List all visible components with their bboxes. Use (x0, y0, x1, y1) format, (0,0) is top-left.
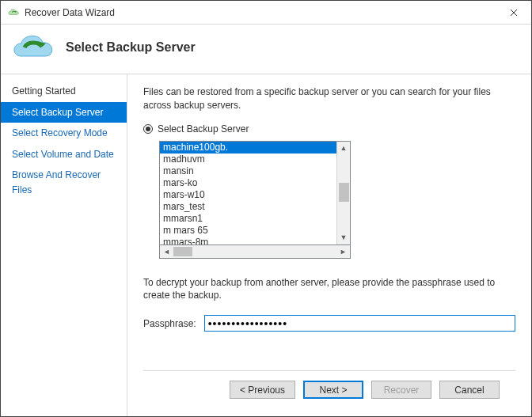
close-icon (510, 9, 518, 17)
server-list-item[interactable]: madhuvm (160, 154, 336, 165)
scroll-right-icon[interactable]: ► (336, 245, 350, 258)
close-button[interactable] (496, 1, 531, 24)
server-list-item[interactable]: mars_test (160, 201, 336, 213)
radio-label: Select Backup Server (158, 123, 249, 135)
hscroll-track[interactable] (173, 245, 336, 258)
cloud-restore-icon (10, 32, 55, 63)
passphrase-label: Passphrase: (143, 318, 196, 329)
step-select-backup-server[interactable]: Select Backup Server (1, 102, 127, 123)
spacer (143, 332, 515, 370)
wizard-footer: < Previous Next > Recover Cancel (143, 370, 515, 408)
window-title: Recover Data Wizard (25, 7, 115, 18)
radio-selected-icon (143, 124, 153, 134)
recover-button: Recover (371, 381, 431, 399)
step-select-volume-and-date[interactable]: Select Volume and Date (1, 144, 127, 165)
scroll-thumb[interactable] (339, 183, 349, 202)
server-list-item[interactable]: mars-ko (160, 177, 336, 189)
server-list-item[interactable]: mmars-8m (160, 237, 336, 245)
server-list-item[interactable]: m mars 65 (160, 225, 336, 237)
horizontal-scrollbar[interactable]: ◄ ► (159, 245, 351, 259)
wizard-main: Files can be restored from a specific ba… (127, 74, 531, 416)
decrypt-instruction: To decrypt your backup from another serv… (143, 276, 515, 303)
cancel-button[interactable]: Cancel (439, 381, 500, 399)
next-button[interactable]: Next > (303, 381, 363, 399)
wizard-steps-sidebar: Getting Started Select Backup Server Sel… (1, 74, 127, 416)
intro-text: Files can be restored from a specific ba… (143, 85, 515, 112)
hscroll-thumb[interactable] (173, 247, 192, 256)
step-browse-and-recover-files[interactable]: Browse And Recover Files (1, 165, 127, 200)
passphrase-row: Passphrase: (143, 315, 515, 332)
wizard-header: Select Backup Server (1, 25, 531, 74)
step-getting-started: Getting Started (1, 81, 127, 102)
scroll-left-icon[interactable]: ◄ (160, 245, 173, 258)
server-listbox-wrap: machine100gb.madhuvmmansinmars-komars-w1… (159, 141, 351, 245)
app-icon (7, 6, 20, 19)
server-list-item[interactable]: mmarsn1 (160, 213, 336, 225)
titlebar: Recover Data Wizard (1, 1, 531, 25)
server-list-inner: machine100gb.madhuvmmansinmars-komars-w1… (160, 142, 336, 245)
step-select-recovery-mode[interactable]: Select Recovery Mode (1, 123, 127, 144)
server-list-item[interactable]: mars-w10 (160, 189, 336, 201)
server-listbox[interactable]: machine100gb.madhuvmmansinmars-komars-w1… (159, 141, 351, 245)
previous-button[interactable]: < Previous (230, 381, 295, 399)
scroll-up-icon[interactable]: ▲ (337, 142, 350, 155)
wizard-body: Getting Started Select Backup Server Sel… (1, 74, 531, 416)
select-backup-server-radio[interactable]: Select Backup Server (143, 123, 515, 135)
titlebar-left: Recover Data Wizard (7, 6, 115, 19)
server-list-item[interactable]: mansin (160, 165, 336, 177)
scroll-down-icon[interactable]: ▼ (337, 231, 350, 245)
server-list-item[interactable]: machine100gb. (160, 142, 336, 154)
passphrase-input[interactable] (204, 315, 515, 332)
page-title: Select Backup Server (66, 40, 196, 55)
vertical-scrollbar[interactable]: ▲ ▼ (336, 142, 350, 245)
wizard-window: Recover Data Wizard Select Backup Server… (0, 0, 532, 417)
